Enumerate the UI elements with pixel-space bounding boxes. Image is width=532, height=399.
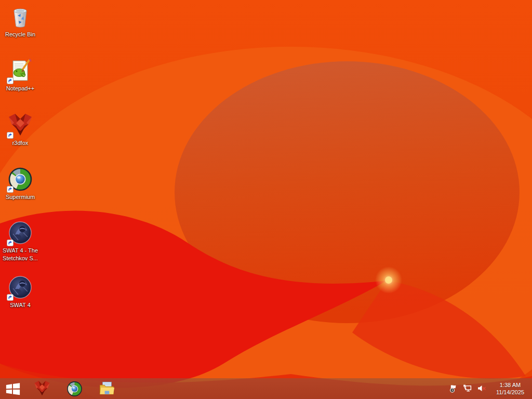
desktop-icon-notepadpp[interactable]: Notepad++	[1, 58, 40, 92]
taskbar-item-r3dfox[interactable]	[26, 378, 58, 399]
file-explorer-icon	[99, 381, 115, 397]
desktop-icon-swat4-stetchkov[interactable]: SWAT 4 - The Stetchkov S...	[1, 220, 40, 262]
shortcut-arrow-icon	[7, 77, 14, 84]
tray-network[interactable]	[463, 384, 472, 393]
shortcut-arrow-icon	[7, 240, 14, 246]
desktop-icon-label: Notepad++	[6, 85, 34, 92]
system-tray: 1:38 AM 11/14/2025	[449, 378, 532, 399]
taskbar: 1:38 AM 11/14/2025	[0, 378, 532, 399]
tray-action-center[interactable]	[449, 384, 458, 393]
network-wired-icon	[463, 384, 472, 393]
shortcut-arrow-icon	[7, 186, 14, 193]
desktop-icon-label: Recycle Bin	[5, 31, 35, 38]
clock-date: 11/14/2025	[493, 389, 527, 396]
volume-muted-icon	[477, 384, 486, 393]
desktop-icon-label: Supermium	[6, 193, 35, 201]
desktop-icon-swat4[interactable]: SWAT 4	[1, 275, 40, 309]
desktop-background[interactable]	[0, 0, 532, 399]
taskbar-item-file-explorer[interactable]	[90, 378, 123, 399]
windows-logo-icon	[5, 382, 21, 396]
desktop-icon-label: r3dfox	[12, 139, 29, 147]
taskbar-item-supermium[interactable]	[58, 378, 90, 399]
taskbar-clock[interactable]: 1:38 AM 11/14/2025	[493, 381, 527, 396]
shortcut-arrow-icon	[7, 132, 14, 139]
start-button[interactable]	[0, 378, 26, 399]
recycle-bin-icon	[8, 4, 33, 29]
desktop-icon-supermium[interactable]: Supermium	[1, 167, 40, 201]
action-center-flag-icon	[449, 384, 458, 393]
desktop-icon-label: SWAT 4 - The Stetchkov S...	[1, 247, 40, 262]
desktop-icon-r3dfox[interactable]: r3dfox	[1, 113, 40, 147]
tray-volume[interactable]	[477, 384, 486, 393]
shortcut-arrow-icon	[7, 294, 14, 301]
desktop-icon-recycle-bin[interactable]: Recycle Bin	[1, 4, 40, 38]
desktop-icon-label: SWAT 4	[10, 301, 31, 309]
clock-time: 1:38 AM	[493, 381, 527, 389]
r3dfox-icon	[34, 380, 50, 397]
supermium-icon	[66, 381, 83, 397]
